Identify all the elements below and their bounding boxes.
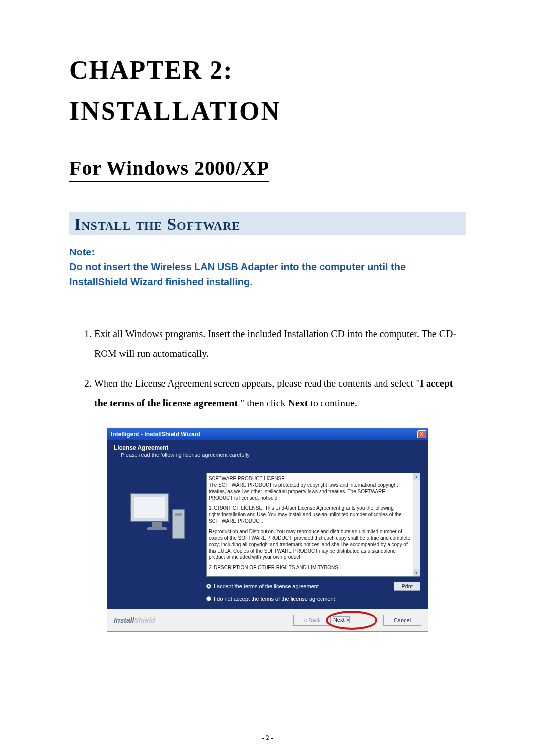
wizard-footer: InstallShield < Back Next > Cancel (107, 609, 428, 631)
license-text-box[interactable]: SOFTWARE PRODUCT LICENSE The SOFTWARE PR… (206, 473, 420, 577)
wizard-body: SOFTWARE PRODUCT LICENSE The SOFTWARE PR… (107, 465, 428, 609)
license-p2: 1. GRANT OF LICENSE. This End-User Licen… (209, 505, 411, 524)
license-p5: Limitations on Reverse Engineering, Deco… (209, 575, 411, 577)
scrollbar[interactable]: ▴ ▾ (413, 473, 420, 576)
installshield-brand: InstallShield (114, 616, 155, 624)
computer-icon (130, 493, 184, 542)
step-2-mid: " then click (238, 398, 288, 408)
radio-accept[interactable] (206, 584, 211, 589)
next-button[interactable]: Next > (333, 616, 350, 623)
back-button[interactable]: < Back (293, 615, 331, 626)
page-number: - 2 - (0, 734, 535, 742)
install-banner-text: Install the Software (74, 215, 461, 234)
step-2: When the License Agreement screen appear… (94, 373, 466, 413)
license-p3: Reproduction and Distribution. You may r… (209, 528, 411, 560)
page-number-value: 2 (266, 734, 269, 742)
subsection-title: For Windows 2000/XP (69, 156, 269, 182)
note-label: Note: (69, 245, 466, 259)
brand-shield: Shield (134, 616, 155, 624)
radio-decline[interactable] (206, 596, 211, 601)
cancel-button[interactable]: Cancel (383, 615, 421, 626)
radio-decline-row[interactable]: I do not accept the terms of the license… (206, 596, 420, 602)
scroll-down-icon[interactable]: ▾ (413, 569, 420, 576)
wizard-titlebar[interactable]: Intelligent - InstallShield Wizard X (107, 428, 428, 440)
close-icon[interactable]: X (417, 430, 426, 438)
chapter-line1: Chapter 2: (69, 50, 466, 91)
next-button-wrapper: Next > (333, 615, 350, 626)
wizard-graphic (115, 473, 199, 602)
step-1: Exit all Windows programs. Insert the in… (94, 324, 466, 363)
chapter-title: Chapter 2: Installation (69, 50, 466, 132)
note-block: Note: Do not insert the Wireless LAN USB… (69, 245, 466, 289)
step-2-bold2: Next (288, 398, 308, 408)
note-body: Do not insert the Wireless LAN USB Adapt… (69, 259, 466, 289)
license-p1b: The SOFTWARE PRODUCT is protected by cop… (209, 482, 398, 501)
radio-accept-row[interactable]: I accept the terms of the license agreem… (206, 582, 420, 591)
chapter-line2: Installation (69, 91, 466, 132)
step-2-post: to continue. (308, 398, 357, 408)
wizard-header: License Agreement Please read the follow… (107, 440, 428, 465)
radio-accept-label: I accept the terms of the license agreem… (214, 583, 319, 589)
wizard-title: Intelligent - InstallShield Wizard (111, 431, 201, 438)
installshield-wizard: Intelligent - InstallShield Wizard X Lic… (107, 428, 428, 632)
brand-install: Install (114, 616, 134, 624)
radio-decline-label: I do not accept the terms of the license… (214, 596, 335, 602)
wizard-header-subtitle: Please read the following license agreem… (114, 452, 421, 458)
print-button[interactable]: Print (394, 582, 420, 591)
scroll-up-icon[interactable]: ▴ (413, 473, 420, 480)
step-2-pre: When the License Agreement screen appear… (94, 378, 420, 389)
license-p4: 2. DESCRIPTION OF OTHER RIGHTS AND LIMIT… (209, 564, 411, 571)
license-p1a: SOFTWARE PRODUCT LICENSE (209, 476, 285, 481)
wizard-header-title: License Agreement (114, 444, 421, 451)
steps-list: Exit all Windows programs. Insert the in… (69, 324, 466, 413)
install-banner: Install the Software (69, 212, 466, 235)
